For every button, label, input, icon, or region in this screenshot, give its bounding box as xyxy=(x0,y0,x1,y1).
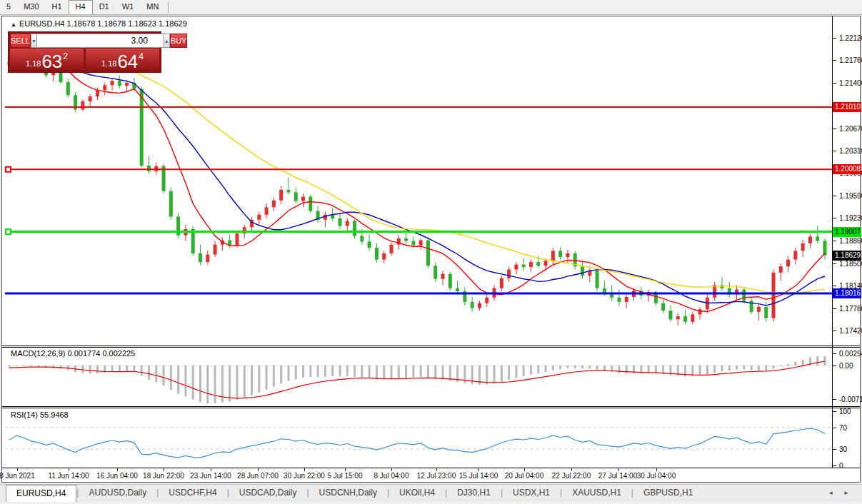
price-tick-dash xyxy=(833,196,836,196)
price-badge-1.21010: 1.21010 xyxy=(833,102,861,112)
ma-mid-line xyxy=(9,61,825,306)
time-axis-label-8: 8 Jul 04:00 xyxy=(374,472,409,480)
time-axis-label-9: 12 Jul 23:00 xyxy=(417,472,456,480)
resistance-line-2-handle[interactable] xyxy=(6,167,11,172)
tab-scroll-right-icon[interactable]: ► xyxy=(843,490,849,496)
price-tick-dash xyxy=(833,60,836,61)
timeframe-d1-button[interactable]: D1 xyxy=(93,0,116,14)
pivot-line-handle[interactable] xyxy=(6,229,11,234)
timeframe-toolbar: 5 M30 H1 H4 D1 W1 MN xyxy=(0,0,862,15)
price-badge-1.18016: 1.18016 xyxy=(833,288,861,298)
ma-fast-line xyxy=(9,61,825,311)
price-tick-label: 1.22120 xyxy=(839,34,862,42)
time-axis-label-7: 5 Jul 15:00 xyxy=(328,472,363,480)
ma-slow-line xyxy=(9,60,825,293)
chart-tab-usdchf-h4[interactable]: USDCHF,H4 xyxy=(159,485,226,502)
price-tick-dash xyxy=(833,128,836,129)
price-tick-label: 1.21760 xyxy=(839,56,862,64)
price-tick-dash xyxy=(833,263,836,264)
time-axis-tick xyxy=(258,468,259,471)
price-tick-label: 1.18500 xyxy=(839,259,862,267)
buy-button[interactable]: BUY xyxy=(170,34,188,48)
time-axis-tick xyxy=(304,468,305,471)
timeframe-h1-button[interactable]: H1 xyxy=(46,0,69,14)
price-tick-dash xyxy=(833,218,836,218)
price-tick-dash xyxy=(833,331,836,331)
rsi-indicator-label: RSI(14) 55.9468 xyxy=(11,410,69,419)
time-axis-label-3: 18 Jun 22:00 xyxy=(143,472,184,480)
time-axis-tick xyxy=(345,468,346,471)
price-chart-canvas[interactable] xyxy=(2,16,861,483)
volume-decrease-icon[interactable]: ▼ xyxy=(31,34,37,48)
time-axis-tick xyxy=(117,468,118,471)
macd-axis-label: 0.00 xyxy=(839,362,853,370)
rsi-axis-label: 30 xyxy=(839,445,847,453)
macd-axis-label: 0.002947 xyxy=(839,350,862,358)
one-click-trade-panel: SELL ▼ ▲ BUY 1.18632 1.18644 xyxy=(8,31,161,73)
time-axis-label-10: 15 Jul 14:00 xyxy=(459,472,498,480)
macd-tick-dash xyxy=(833,353,836,354)
timeframe-mn-button[interactable]: MN xyxy=(140,0,165,14)
chart-tab-usdcnh-daily[interactable]: USDCNH,Daily xyxy=(309,485,387,502)
price-badge-1.18629: 1.18629 xyxy=(833,251,861,261)
rsi-axis-label: 70 xyxy=(839,423,847,431)
time-axis-tick xyxy=(618,468,618,471)
time-axis-label-2: 16 Jun 04:00 xyxy=(96,472,138,480)
rsi-tick-dash xyxy=(833,449,836,450)
time-axis-tick xyxy=(656,468,657,471)
rsi-axis-label: 100 xyxy=(839,408,851,415)
time-axis-label-12: 22 Jul 22:00 xyxy=(552,472,591,480)
price-badge-1.20008: 1.20008 xyxy=(833,164,861,174)
time-axis-label-5: 28 Jun 07:00 xyxy=(237,472,279,480)
tab-scroll-left-icon[interactable]: ◄ xyxy=(828,490,833,496)
chart-tab-bar: EURUSD,H4|AUDUSD,Daily|USDCHF,H4|USDCAD,… xyxy=(0,484,862,502)
time-axis-label-1: 11 Jun 14:00 xyxy=(48,472,89,480)
chart-tab-gbpusd-h1[interactable]: GBPUSD,H1 xyxy=(633,485,703,502)
rsi-tick-dash xyxy=(833,465,836,466)
rsi-tick-dash xyxy=(833,411,836,412)
buy-price-box[interactable]: 1.18644 xyxy=(86,49,159,71)
chart-tab-dj30-h1[interactable]: DJ30,H1 xyxy=(447,485,501,502)
time-axis-tick xyxy=(69,468,69,471)
price-tick-dash xyxy=(833,286,836,286)
chart-tab-usdcad-daily[interactable]: USDCAD,Daily xyxy=(229,485,307,502)
time-axis-label-11: 20 Jul 04:00 xyxy=(505,472,544,480)
timeframe-w1-button[interactable]: W1 xyxy=(116,0,141,14)
price-tick-label: 1.20310 xyxy=(839,146,862,154)
time-axis-label-0: 8 Jun 2021 xyxy=(0,472,35,480)
buy-price-prefix: 1.18 xyxy=(101,59,116,68)
collapse-panel-icon[interactable]: ▲ xyxy=(11,21,16,28)
mt4-terminal: 5 M30 H1 H4 D1 W1 MN ▲EURUSD,H4 1.18678 … xyxy=(0,0,862,504)
volume-input[interactable] xyxy=(37,34,164,48)
time-axis-label-6: 30 Jun 22:00 xyxy=(284,472,325,480)
time-axis-label-4: 23 Jun 14:00 xyxy=(190,472,231,480)
chart-tab-audusd-daily[interactable]: AUDUSD,Daily xyxy=(79,485,156,502)
timeframe-h4-button[interactable]: H4 xyxy=(69,0,93,14)
timeframe-m5-button[interactable]: 5 xyxy=(0,0,17,14)
volume-increase-icon[interactable]: ▲ xyxy=(164,34,170,48)
sell-price-big: 63 xyxy=(41,53,62,70)
sell-button[interactable]: SELL xyxy=(10,34,31,48)
toolbar-separator xyxy=(168,1,169,13)
time-axis-tick xyxy=(571,468,572,471)
macd-axis-label: -0.00715 xyxy=(839,395,862,403)
time-axis-tick xyxy=(436,468,437,471)
price-tick-dash xyxy=(833,151,836,151)
price-tick-dash xyxy=(833,308,836,309)
price-tick-label: 1.19590 xyxy=(839,191,862,199)
chart-tab-xauusd-h1[interactable]: XAUUSD,H1 xyxy=(562,485,631,502)
candles-layer xyxy=(8,46,827,326)
rsi-line xyxy=(9,428,825,458)
time-axis-tick xyxy=(211,468,211,471)
price-tick-dash xyxy=(833,241,836,241)
timeframe-m30-button[interactable]: M30 xyxy=(17,0,45,14)
price-tick-dash xyxy=(833,38,836,39)
time-axis-tick xyxy=(524,468,525,471)
price-tick-label: 1.19230 xyxy=(839,214,862,222)
chart-tab-ukoil-h4[interactable]: UKOil,H4 xyxy=(389,485,445,502)
chart-tab-eurusd-h4[interactable]: EURUSD,H4 xyxy=(6,485,76,502)
macd-histogram xyxy=(9,356,826,403)
sell-price-prefix: 1.18 xyxy=(26,59,41,68)
chart-tab-usdx-h1[interactable]: USDX,H1 xyxy=(503,485,560,502)
sell-price-box[interactable]: 1.18632 xyxy=(10,49,84,71)
